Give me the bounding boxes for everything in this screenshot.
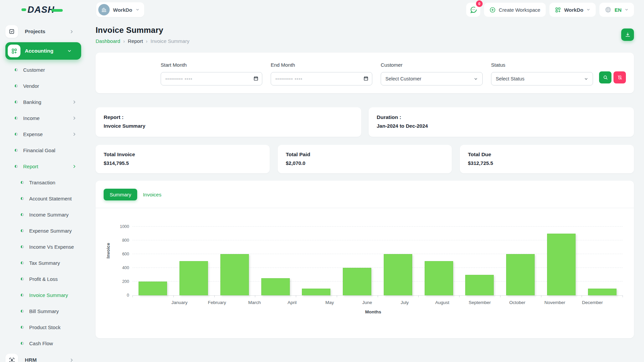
breadcrumb: Dashboard › Report › Invoice Summary — [96, 38, 190, 44]
filter-actions — [599, 71, 626, 83]
bullet-icon — [15, 133, 18, 136]
end-month-input[interactable] — [271, 72, 372, 85]
bar-february[interactable] — [179, 261, 208, 296]
start-month-input[interactable] — [161, 72, 262, 85]
bar-december[interactable] — [588, 289, 616, 296]
calendar-icon[interactable] — [363, 76, 369, 81]
globe-icon — [605, 6, 611, 13]
bullet-icon — [21, 310, 24, 313]
sidebar-item-label: Report — [23, 164, 38, 169]
tab-summary[interactable]: Summary — [104, 189, 137, 200]
report-value: Invoice Summary — [104, 123, 353, 129]
sidebar-item-financial-goal[interactable]: Financial Goal — [5, 142, 81, 158]
search-icon — [603, 75, 608, 80]
sidebar-item-account-statement[interactable]: Account Statement — [5, 190, 81, 206]
bullet-icon — [21, 261, 24, 264]
app-logo[interactable]: DASH — [0, 5, 87, 15]
reset-filter-button[interactable] — [613, 71, 626, 83]
topbar: DASH WorkDo 0 — [0, 0, 644, 19]
sidebar-item-label: Transaction — [29, 180, 55, 185]
bullet-icon — [15, 68, 18, 71]
breadcrumb-dashboard[interactable]: Dashboard — [96, 38, 120, 44]
sidebar-item-customer[interactable]: Customer — [5, 62, 81, 78]
bullet-icon — [21, 213, 24, 216]
chevron-right-icon — [69, 29, 74, 34]
messages-button[interactable]: 0 — [466, 3, 480, 17]
reset-clear-icon — [617, 75, 623, 80]
sidebar-item-projects[interactable]: Projects — [5, 23, 81, 40]
sidebar-item-income-vs-expense[interactable]: Income Vs Expense — [5, 239, 81, 255]
status-select[interactable]: Select Status — [491, 72, 593, 85]
sidebar-item-label: Vendor — [23, 83, 39, 89]
download-icon — [625, 32, 631, 38]
sidebar-item-bill-summary[interactable]: Bill Summary — [5, 303, 81, 319]
apply-filter-button[interactable] — [599, 71, 611, 83]
sidebar-item-label: Account Statement — [29, 196, 72, 201]
x-axis-labels: JanuaryFebruaryMarchAprilMayJuneJulyAugu… — [161, 300, 611, 305]
bar-may[interactable] — [302, 289, 330, 296]
x-tick — [173, 295, 174, 297]
y-tick-label: 1000 — [120, 224, 129, 229]
chevron-right-icon — [69, 358, 74, 362]
bullet-icon — [15, 165, 18, 168]
chart-plot-area: 02004006008001000 — [132, 227, 623, 296]
calendar-icon[interactable] — [253, 76, 259, 81]
sidebar-item-income[interactable]: Income — [5, 110, 81, 126]
bar-september[interactable] — [465, 275, 494, 296]
sidebar-item-expense-summary[interactable]: Expense Summary — [5, 223, 81, 239]
topbar-actions: 0 Create Workspace WorkDo — [466, 3, 634, 17]
sidebar-item-label: HRM — [25, 357, 37, 362]
sidebar-item-tax-summary[interactable]: Tax Summary — [5, 255, 81, 271]
language-code: EN — [614, 7, 622, 13]
chevron-down-icon — [625, 8, 629, 12]
sidebar-item-expense[interactable]: Expense — [5, 126, 81, 142]
duration-card: Duration : Jan-2024 to Dec-2024 — [369, 107, 634, 137]
bar-april[interactable] — [261, 278, 290, 295]
sidebar-item-banking[interactable]: Banking — [5, 94, 81, 110]
workdo-menu-label: WorkDo — [564, 7, 583, 13]
y-tick-label: 400 — [122, 265, 129, 270]
x-category-label: June — [348, 300, 386, 305]
sidebar-item-cash-flow[interactable]: Cash Flow — [5, 335, 81, 351]
bar-january[interactable] — [139, 282, 167, 295]
sidebar-item-vendor[interactable]: Vendor — [5, 78, 81, 94]
sidebar-nav: ProjectsAccountingCustomerVendorBankingI… — [0, 19, 87, 362]
sidebar-item-label: Financial Goal — [23, 147, 55, 153]
breadcrumb-report[interactable]: Report — [128, 38, 143, 44]
total-invoice-card: Total Invoice $314,795.5 — [96, 145, 270, 173]
workspace-switcher[interactable]: WorkDo — [96, 2, 144, 17]
sidebar-item-hrm[interactable]: HRM — [5, 351, 81, 362]
bar-august[interactable] — [425, 261, 453, 296]
workdo-menu-button[interactable]: WorkDo — [549, 3, 596, 17]
tab-invoices[interactable]: Invoices — [143, 192, 161, 197]
invoice-bar-chart: Invoice 02004006008001000 JanuaryFebruar… — [96, 208, 634, 314]
workspace-name: WorkDo — [113, 7, 132, 13]
sidebar-item-label: Income Summary — [29, 212, 69, 218]
sidebar-item-label: Accounting — [25, 48, 53, 54]
create-workspace-button[interactable]: Create Workspace — [484, 3, 546, 17]
bar-july[interactable] — [384, 254, 412, 295]
sidebar-item-income-summary[interactable]: Income Summary — [5, 206, 81, 223]
bar-march[interactable] — [220, 254, 249, 295]
download-button[interactable] — [621, 28, 634, 41]
sidebar-item-report[interactable]: Report — [5, 158, 81, 174]
bar-june[interactable] — [343, 268, 371, 295]
x-category-label: April — [273, 300, 311, 305]
filter-panel: Start Month End Month — [96, 53, 634, 93]
x-category-label: March — [236, 300, 273, 305]
sidebar-item-profit-loss[interactable]: Profit & Loss — [5, 271, 81, 287]
language-selector[interactable]: EN — [599, 3, 634, 17]
sidebar-item-product-stock[interactable]: Product Stock — [5, 319, 81, 335]
sidebar-item-invoice-summary[interactable]: Invoice Summary — [5, 287, 81, 303]
bullet-icon — [21, 326, 24, 329]
bar-november[interactable] — [547, 234, 576, 296]
total-paid-card: Total Paid $2,070.0 — [278, 145, 452, 173]
x-tick — [214, 295, 215, 297]
customer-select[interactable]: Select Customer — [381, 72, 483, 85]
x-tick — [255, 295, 255, 297]
sidebar-item-transaction[interactable]: Transaction — [5, 174, 81, 190]
sidebar-item-accounting[interactable]: Accounting — [5, 42, 81, 60]
grid-plus-icon — [555, 7, 561, 13]
bar-october[interactable] — [506, 254, 535, 295]
sidebar-item-label: Product Stock — [29, 324, 60, 330]
